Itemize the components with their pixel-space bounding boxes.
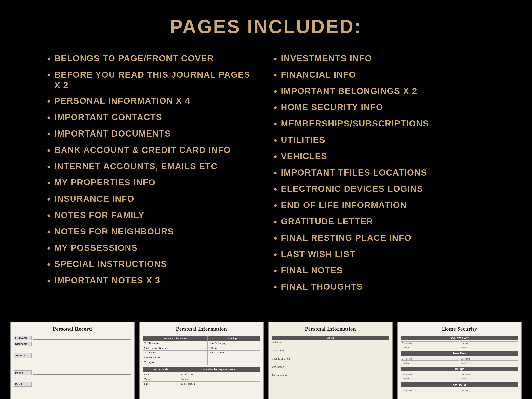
preview-card-personal-record: Personal Record Full Name Nickname Addre… [10,322,135,399]
security-label-desc: Description [402,342,412,344]
preview-card-personal-info: Personal Information Taxation Informatio… [139,322,264,399]
security-cell-garage-loc: Location [401,377,459,380]
field-line-fullname [33,336,131,340]
item-text: IMPORTANT CONTACTS [54,112,162,123]
taxation-table: Taxation Information Employers Tax ID Nu… [143,336,260,365]
bullet-dot: • [47,70,51,80]
list-item: • IMPORTANT NOTES X 3 [47,275,258,286]
cell-idinfo-label: ID Information: [179,381,260,386]
list-item: • SPECIAL INSTRUCTIONS [47,259,258,270]
cell-ssn-label: Social Security Number: [143,346,208,350]
item-text: END OF LIFE INFORMATION [281,200,407,210]
cell-empty [208,355,260,360]
list-item: • ELECTRONIC DEVICES LOGINS [274,184,485,195]
list-item: • INTERNET ACCOUNTS, EMAILS ETC [47,161,258,172]
list-item: • BELONGS TO PAGE/FRONT COVER [47,53,258,64]
cell-address-label: Address: [208,346,260,350]
list-item: • MEMBERSHIPS/SUBSCRIPTIONS [274,118,485,129]
cell-time-label: Time: [143,377,179,381]
item-text: HOME SECURITY INFO [281,102,383,113]
field-line-phone [33,371,131,374]
info-label-dob: Date of Birth [272,349,389,352]
bullet-dot: • [47,243,51,253]
field-label-phone: Phone [14,370,32,375]
security-cell-garage-user: Username [460,373,518,376]
item-text: PERSONAL INFORMATION X 4 [54,96,190,106]
security-group-front-door: Description Username Location Code [401,357,518,365]
item-text: NOTES FOR FAMILY [54,210,145,221]
security-label-door-desc: Description [402,358,412,360]
item-text: MEMBERSHIPS/SUBSCRIPTIONS [281,118,429,129]
col-header-school: School/University Information [179,367,260,372]
item-text: IMPORTANT NOTES X 3 [54,275,160,286]
security-section-front-door: Front Door [401,351,518,356]
security-cell-door-code: Code [460,361,518,365]
info-label-fullname: Full Name [272,341,389,344]
cell-schoolname-label: School Name: [179,372,260,377]
preview-card-title: Personal Record [14,326,131,332]
security-row-door-2: Location Code [401,361,518,365]
security-cell-garage-code: Code [460,377,518,380]
field-label-nickname: Nickname [14,342,32,346]
bullet-dot: • [47,145,51,156]
security-cell-computer-desc: Description [401,388,459,392]
security-cell-computer-user: Username [460,388,518,392]
list-item: • INSURANCE INFO [47,194,258,204]
info-row-occupation: Occupation [272,366,389,372]
info-line-phone [272,377,389,380]
list-item: • UTILITIES [274,135,485,146]
security-row-alarm-1: Description Username [401,342,518,345]
field-row-phone: Phone [14,370,131,375]
right-column: • INVESTMENTS INFO • FINANCIAL INFO • IM… [266,53,493,298]
item-text: IMPORTANT DOCUMENTS [54,128,171,139]
bullet-dot: • [274,249,277,260]
item-text: BEFORE YOU READ THIS JOURNAL PAGES X 2 [54,70,258,90]
info-line-fullname [272,344,389,347]
security-cell-door-desc: Description [401,357,459,361]
security-label-door-code: Code [461,362,466,364]
item-text: SPECIAL INSTRUCTIONS [54,259,167,269]
bullet-dot: • [47,276,51,286]
col-header-employers: Employers [208,336,260,341]
security-label-garage-loc: Location [402,378,409,380]
item-text: FINAL RESTING PLACE INFO [281,233,412,243]
field-line-address [33,354,131,357]
security-row-alarm-2: Location Code [401,346,518,349]
bullet-dot: • [274,266,277,276]
security-label-garage-desc: Description [402,373,412,376]
bullet-dot: • [47,194,51,204]
security-label-computer-user: Username [461,389,470,391]
cell-schooladdr-label: Address: [179,377,260,381]
security-cell-door-user: Username [460,357,518,361]
list-item: • END OF LIFE INFORMATION [274,200,485,211]
cell-taxagent-label: Tax Agent: [143,360,208,365]
security-section-computer: Computer [401,382,518,387]
field-line-address2 [14,359,131,363]
about-header: About [272,336,389,340]
field-line-phone2 [14,377,131,380]
item-text: INTERNET ACCOUNTS, EMAILS ETC [54,161,217,172]
item-text: UTILITIES [281,135,325,145]
bullet-dot: • [47,113,51,123]
item-text: VEHICLES [281,151,327,162]
list-item: • BEFORE YOU READ THIS JOURNAL PAGES X 2 [47,70,258,90]
list-item: • INVESTMENTS INFO [274,53,485,64]
bullet-dot: • [47,54,51,64]
security-label-garage-code: Code [461,378,466,380]
bullet-dot: • [274,135,277,146]
info-row-dob: Date of Birth [272,349,389,355]
bullet-dot: • [274,102,277,113]
field-label-address: Address [14,353,32,358]
security-cell-loc: Location [401,346,459,349]
security-group-alarm: Description Username Location Code [401,342,518,349]
bullet-dot: • [274,119,277,129]
list-item: • IMPORTANT BELONGINGS X 2 [274,86,485,97]
field-line-nickname [33,342,131,346]
security-section-garage: Garage [401,367,518,371]
bullet-dot: • [274,282,277,292]
item-text: IMPORTANT TFILES LOCATIONS [281,167,427,178]
bullet-dot: • [47,178,51,188]
item-text: BELONGS TO PAGE/FRONT COVER [54,53,214,64]
list-item: • IMPORTANT DOCUMENTS [47,128,258,139]
security-cell-user: Username [460,342,518,345]
